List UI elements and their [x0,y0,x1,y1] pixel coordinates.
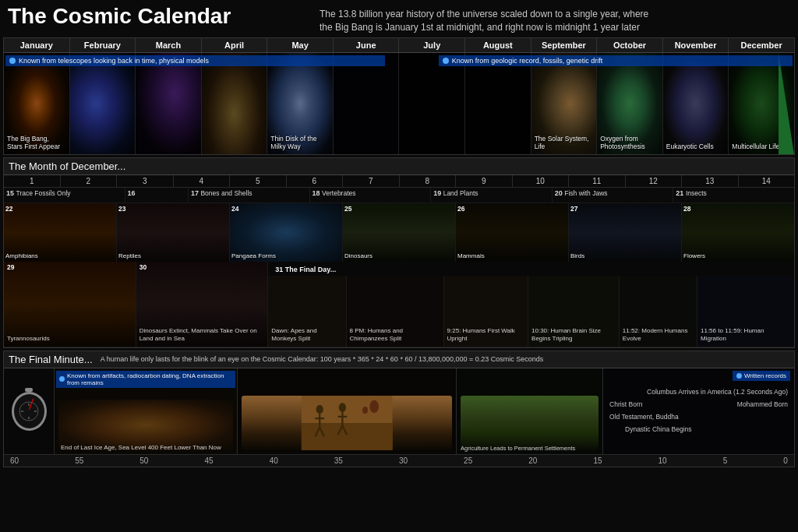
month-caption-oct: Oxygen from Photosynthesis [600,135,659,150]
month-jul: July [399,38,465,52]
months-header: January February March April May June Ju… [4,38,794,53]
timeline-25: 25 [464,456,472,465]
month-cell-jun [334,53,400,154]
month-cell-may: Thin Disk of the Milky Way [267,53,334,154]
dec-img-22: 22 Amphibians [4,203,117,262]
dec-caption-28: Flowers [683,252,705,260]
fd-event-1030: 10:30: Human Brain Size Begins Tripling [528,276,620,347]
fm-stopwatch-section [4,368,55,454]
dec-img-26: 26 Mammals [456,203,569,262]
written-records-banner: Written records [733,371,790,381]
fm-event-dynastic: Dynastic China Begins [609,425,788,433]
month-jan: January [4,38,70,52]
fd-caption-migration: 11:56 to 11:59: Human Migration [701,327,788,344]
timeline-45: 45 [204,456,213,465]
dec-day-1: 1 [4,175,61,187]
fm-cave-image [242,396,452,450]
dec-event-16: 16 [125,188,189,205]
final-day-row: 29 Tyrannosaurids 30 Dinosaurs Extinct, … [4,262,794,347]
month-may: May [267,38,334,52]
fd-cell-30: 30 Dinosaurs Extinct, Mammals Take Over … [136,262,269,347]
dot-icon-right [443,58,449,64]
dec-day-12: 12 [626,175,683,187]
month-cell-feb [70,53,136,154]
page-title: The Cosmic Calendar [8,5,304,29]
dec-events-row1: 15 Trace Fossils Only 16 17 Bones and Sh… [4,188,794,203]
fm-artifacts-section: Known from artifacts, radiocarbon dating… [55,368,238,454]
fm-agriculture-section: Agriculture Leads to Permanent Settlemen… [457,368,603,454]
month-cell-oct: Oxygen from Photosynthesis [597,53,663,154]
stopwatch-face [17,400,41,423]
fm-written-records-section: Written records Columbus Arrives in Amer… [603,368,794,454]
final-minute-section: The Final Minute... A human life only la… [3,351,795,467]
stopwatch [12,392,47,431]
dec-day-5: 5 [230,175,287,187]
month-sep: September [531,38,598,52]
dot-icon-left [9,58,16,64]
fd-event-dawn: Dawn: Apes and Monkeys Split [268,276,346,347]
fm-agri-image [461,396,598,450]
month-cell-sep: The Solar System, Life [531,53,598,154]
fd-label-31: 31 The Final Day... [271,263,340,276]
month-aug: August [465,38,531,52]
fd-cell-31: 31 The Final Day... Dawn: Apes and Monke… [268,262,794,347]
fd-label-30: 30 [139,263,147,271]
dec-day-10: 10 [513,175,570,187]
dec-label-24: 24 [231,205,238,213]
timeline-50: 50 [139,456,148,465]
month-cell-jan: The Big Bang, Stars First Appear [4,53,70,154]
dec-label-23: 23 [118,205,125,213]
dec-day-3: 3 [117,175,174,187]
fd-event-migration: 11:56 to 11:59: Human Migration [697,276,794,347]
month-caption-jan: The Big Bang, Stars First Appear [7,135,65,150]
dec-event-19: 19 Land Plants [431,188,553,205]
month-cell-mar [136,53,202,154]
months-images: Known from telescopes looking back in ti… [4,53,794,154]
svg-point-12 [338,403,345,412]
dec-label-25: 25 [344,205,351,213]
fm-event1-caption: End of Last Ice Age, Sea Level 400 Feet … [61,444,221,452]
fd-label-29: 29 [7,263,14,271]
month-caption-dec: Multicellular Life [732,143,779,150]
months-arrow [779,53,794,154]
december-grid: 1 2 3 4 5 6 7 8 9 10 11 12 13 14 15 Trac… [4,175,794,347]
dec-day-7: 7 [343,175,400,187]
month-cell-jul [399,53,465,154]
dec-img-25: 25 Dinosaurs [343,203,456,262]
dec-day-2: 2 [61,175,118,187]
dec-img-24: 24 Pangaea Forms [230,203,343,262]
dec-img-28: 28 Flowers [682,203,794,262]
timeline-30: 30 [399,456,408,465]
known-telescopes-banner: Known from telescopes looking back in ti… [5,55,385,66]
dec-days-row1: 1 2 3 4 5 6 7 8 9 10 11 12 13 14 [4,175,794,188]
month-apr: April [202,38,268,52]
dec-img-27: 27 Birds [569,203,682,262]
month-oct: October [597,38,663,52]
fm-cave-art [58,400,233,450]
fm-event-oldtest: Old Testament, Buddha [609,413,788,421]
fm-timeline: 60 55 50 45 40 35 30 25 20 15 10 5 0 [4,454,794,467]
month-mar: March [136,38,202,52]
dec-event-21: 21 Insects [673,188,794,205]
known-geologic-banner: Known from geologic record, fossils, gen… [439,55,793,66]
fd-caption-dawn: Dawn: Apes and Monkeys Split [271,327,341,344]
timeline-55: 55 [75,456,83,465]
month-cell-dec: Multicellular Life [729,53,794,154]
fm-event-row2: Christ Born Mohammed Born [609,400,788,408]
svg-point-18 [369,400,379,412]
dec-label-27: 27 [570,205,577,213]
fm-event-christ: Christ Born [609,400,643,408]
fm-header: The Final Minute... A human life only la… [4,351,794,368]
dec-caption-25: Dinosaurs [344,252,373,260]
month-nov: November [663,38,729,52]
svg-rect-6 [302,423,393,450]
fd-caption-925: 9:25: Humans First Walk Upright [447,327,523,344]
known-artifacts-banner: Known from artifacts, radiocarbon dating… [56,371,235,388]
month-dec: December [729,38,794,52]
dec-day-13: 13 [682,175,739,187]
fd-caption-1152: 11:52: Modern Humans Evolve [623,327,692,344]
dec-caption-22: Amphibians [5,252,38,260]
fm-event-mohammed: Mohammed Born [737,400,788,408]
fm-title: The Final Minute... [9,354,93,365]
fd-event-1152: 11:52: Modern Humans Evolve [620,276,697,347]
